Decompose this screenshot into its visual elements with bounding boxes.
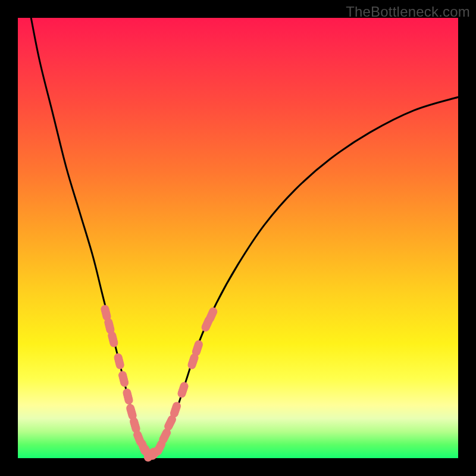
curve-markers <box>101 305 218 463</box>
curve-marker <box>177 381 189 399</box>
curve-svg <box>18 18 458 458</box>
curve-marker <box>205 306 218 324</box>
curve-marker <box>170 401 182 418</box>
plot-area <box>18 18 458 458</box>
curve-marker <box>192 340 204 357</box>
curve-marker <box>123 388 134 405</box>
curve-marker <box>118 371 129 387</box>
curve-marker <box>114 353 125 369</box>
curve-marker <box>107 331 118 347</box>
chart-frame: TheBottleneck.com <box>0 0 476 476</box>
bottleneck-curve <box>31 18 458 458</box>
curve-path-group <box>31 18 458 458</box>
